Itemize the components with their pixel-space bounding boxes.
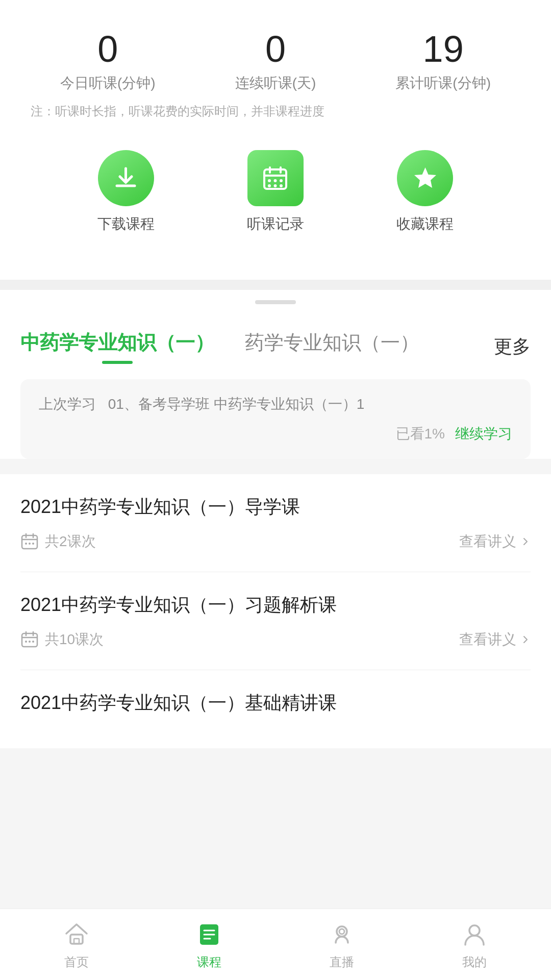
course-list: 2021中药学专业知识（一）导学课 共2课次 查看讲义 — [0, 474, 551, 748]
stat-total: 19 累计听课(分钟) — [395, 31, 491, 93]
quick-actions: 下载课程 听课记录 — [20, 140, 531, 259]
svg-rect-8 — [22, 535, 37, 549]
calendar-small-icon-1 — [20, 532, 39, 551]
course-icon — [194, 919, 224, 950]
live-icon — [327, 919, 357, 950]
total-minutes-value: 19 — [423, 31, 464, 67]
course-item-1: 2021中药学专业知识（一）导学课 共2课次 查看讲义 — [20, 474, 531, 572]
last-study-prefix: 上次学习 — [39, 396, 96, 412]
action-download[interactable]: 下载课程 — [97, 150, 155, 234]
svg-point-2 — [274, 179, 277, 182]
last-study-content: 01、备考导学班 中药学专业知识（一）1 — [108, 396, 365, 412]
calendar-icon — [261, 164, 289, 192]
drag-handle-bar — [255, 300, 296, 304]
chevron-right-icon-1 — [520, 536, 531, 547]
section-divider — [0, 280, 551, 290]
last-study-card: 上次学习 01、备考导学班 中药学专业知识（一）1 已看1% 继续学习 — [20, 379, 531, 459]
today-minutes-label: 今日听课(分钟) — [60, 74, 156, 93]
svg-point-4 — [268, 184, 271, 187]
stat-today: 0 今日听课(分钟) — [60, 31, 156, 93]
download-label: 下载课程 — [97, 214, 155, 234]
svg-point-9 — [25, 543, 27, 545]
download-icon — [112, 164, 140, 192]
nav-live[interactable]: 直播 — [276, 919, 408, 970]
continuous-days-label: 连续听课(天) — [235, 74, 316, 93]
today-minutes-value: 0 — [97, 31, 118, 67]
bottom-spacer — [0, 748, 551, 830]
continue-study-button[interactable]: 继续学习 — [455, 424, 512, 444]
tabs-section: 中药学专业知识（一） 药学专业知识（一） 更多 上次学习 01、备考导学班 中药… — [0, 314, 551, 459]
history-label: 听课记录 — [247, 214, 304, 234]
last-study-progress: 已看1% 继续学习 — [39, 424, 512, 444]
svg-point-10 — [29, 543, 31, 545]
chevron-right-icon-2 — [520, 634, 531, 645]
svg-marker-7 — [414, 167, 436, 188]
stats-section: 0 今日听课(分钟) 0 连续听课(天) 19 累计听课(分钟) 注：听课时长指… — [0, 0, 551, 280]
stat-continuous: 0 连续听课(天) — [235, 31, 316, 93]
total-minutes-label: 累计听课(分钟) — [395, 74, 491, 93]
tab-zhongyao[interactable]: 中药学专业知识（一） — [20, 330, 214, 364]
tabs-row: 中药学专业知识（一） 药学专业知识（一） 更多 — [20, 314, 531, 364]
download-icon-circle — [98, 150, 154, 206]
course-name-1: 2021中药学专业知识（一）导学课 — [20, 495, 531, 520]
continuous-days-value: 0 — [265, 31, 286, 67]
action-history[interactable]: 听课记录 — [247, 150, 304, 234]
drag-handle — [0, 290, 551, 314]
course-nav-label: 课程 — [197, 954, 221, 970]
lessons-count-2: 共10课次 — [45, 630, 104, 649]
home-nav-label: 首页 — [64, 954, 89, 970]
svg-point-21 — [469, 925, 480, 936]
last-study-title: 上次学习 01、备考导学班 中药学专业知识（一）1 — [39, 395, 512, 414]
tab-more-button[interactable]: 更多 — [494, 334, 531, 359]
lessons-count-1: 共2课次 — [45, 532, 96, 551]
bottom-nav: 首页 课程 直播 我的 — [0, 909, 551, 980]
course-meta-2: 共10课次 查看讲义 — [20, 630, 531, 649]
svg-rect-12 — [22, 633, 37, 647]
progress-percentage: 已看1% — [396, 424, 445, 444]
svg-point-15 — [32, 641, 34, 643]
svg-point-11 — [32, 543, 34, 545]
svg-point-19 — [337, 926, 347, 937]
svg-point-5 — [274, 184, 277, 187]
action-favorites[interactable]: 收藏课程 — [396, 150, 454, 234]
svg-point-3 — [280, 179, 283, 182]
live-nav-label: 直播 — [330, 954, 354, 970]
favorites-icon-circle — [397, 150, 453, 206]
course-meta-1: 共2课次 查看讲义 — [20, 532, 531, 551]
svg-point-13 — [25, 641, 27, 643]
stat-note: 注：听课时长指，听课花费的实际时间，并非课程进度 — [20, 103, 531, 119]
course-item-2: 2021中药学专业知识（一）习题解析课 共10课次 查看讲义 — [20, 572, 531, 670]
nav-course[interactable]: 课程 — [143, 919, 276, 970]
svg-point-1 — [268, 179, 271, 182]
star-icon — [411, 164, 439, 192]
view-notes-button-2[interactable]: 查看讲义 — [459, 630, 531, 649]
nav-home[interactable]: 首页 — [10, 919, 143, 970]
history-icon-square — [247, 150, 304, 206]
mine-icon — [459, 919, 490, 950]
svg-point-20 — [339, 929, 344, 934]
tab-yaoxue[interactable]: 药学专业知识（一） — [245, 330, 419, 364]
course-name-2: 2021中药学专业知识（一）习题解析课 — [20, 593, 531, 618]
course-lessons-1: 共2课次 — [20, 532, 96, 551]
mine-nav-label: 我的 — [462, 954, 487, 970]
calendar-small-icon-2 — [20, 630, 39, 649]
svg-point-14 — [29, 641, 31, 643]
stats-row: 0 今日听课(分钟) 0 连续听课(天) 19 累计听课(分钟) — [20, 31, 531, 93]
favorites-label: 收藏课程 — [396, 214, 454, 234]
course-lessons-2: 共10课次 — [20, 630, 104, 649]
view-notes-button-1[interactable]: 查看讲义 — [459, 532, 531, 551]
course-item-3: 2021中药学专业知识（一）基础精讲课 — [20, 670, 531, 748]
course-name-3: 2021中药学专业知识（一）基础精讲课 — [20, 691, 531, 716]
nav-mine[interactable]: 我的 — [408, 919, 541, 970]
svg-point-6 — [280, 184, 283, 187]
home-icon — [61, 919, 92, 950]
